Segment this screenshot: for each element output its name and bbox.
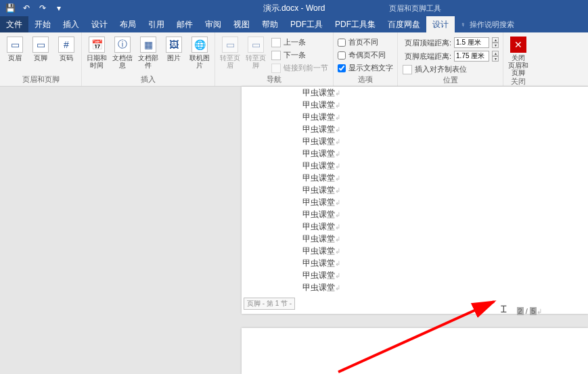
tab-mailings[interactable]: 邮件 <box>171 16 199 32</box>
tab-baidu-netdisk[interactable]: 百度网盘 <box>382 16 426 32</box>
spin-down-icon[interactable]: ▾ <box>492 56 499 62</box>
tell-me-label: 操作说明搜索 <box>470 20 514 30</box>
paragraph-mark-icon: ↲ <box>335 150 340 158</box>
body-line[interactable]: 甲虫课堂↲ <box>302 233 527 245</box>
body-line[interactable]: 甲虫课堂↲ <box>302 147 527 160</box>
picture-button[interactable]: 🖼图片 <box>162 34 186 62</box>
ribbon-group-position: 页眉顶端距离: ▴▾ 页脚底端距离: ▴▾ 插入对齐制表位 位置 <box>398 32 503 86</box>
online-picture-button[interactable]: 🌐联机图片 <box>187 34 212 69</box>
date-time-button[interactable]: 📅日期和时间 <box>85 34 109 69</box>
body-line[interactable]: 甲虫课堂↲ <box>302 111 527 123</box>
spin-up-icon[interactable]: ▴ <box>492 37 499 43</box>
paragraph-mark-icon: ↲ <box>335 138 340 145</box>
body-line[interactable]: 甲虫课堂↲ <box>302 245 527 257</box>
page-1[interactable]: 甲虫课堂↲甲虫课堂↲甲虫课堂↲甲虫课堂↲甲虫课堂↲甲虫课堂↲甲虫课堂↲甲虫课堂↲… <box>242 87 588 314</box>
tab-design[interactable]: 设计 <box>85 16 114 32</box>
undo-icon[interactable]: ↶ <box>22 3 31 13</box>
tab-references[interactable]: 引用 <box>142 16 171 32</box>
redo-icon[interactable]: ↷ <box>38 3 47 13</box>
header-distance-input[interactable] <box>454 37 489 48</box>
tell-me-search[interactable]: ♀ 操作说明搜索 <box>455 20 514 30</box>
footer-distance-field[interactable]: 页脚底端距离: ▴▾ <box>401 50 500 62</box>
next-button[interactable]: 下一条 <box>269 49 330 61</box>
picture-icon: 🖼 <box>166 37 182 53</box>
prev-icon <box>271 38 281 47</box>
paragraph-mark-icon: ↲ <box>335 126 340 133</box>
body-line[interactable]: 甲虫课堂↲ <box>302 281 527 294</box>
page-number-icon: # <box>58 37 74 53</box>
body-line[interactable]: 甲虫课堂↲ <box>302 220 527 233</box>
tab-view[interactable]: 视图 <box>227 16 256 32</box>
odd-even-different-checkbox[interactable]: 奇偶页不同 <box>336 49 394 61</box>
body-line[interactable]: 甲虫课堂↲ <box>302 208 527 220</box>
tab-layout[interactable]: 布局 <box>114 16 142 32</box>
tab-pdf-tool[interactable]: PDF工具 <box>284 16 329 32</box>
footer-distance-input[interactable] <box>454 51 489 62</box>
body-line[interactable]: 甲虫课堂↲ <box>302 135 527 147</box>
footer-button[interactable]: ▭页脚 <box>28 34 53 62</box>
quick-access-toolbar: 💾 ↶ ↷ ▾ <box>0 3 64 13</box>
paragraph-mark-icon: ↲ <box>335 235 340 243</box>
previous-button[interactable]: 上一条 <box>269 37 330 48</box>
body-line[interactable]: 甲虫课堂↲ <box>302 172 527 184</box>
spin-up-icon[interactable]: ▴ <box>492 51 499 56</box>
page-number-button[interactable]: #页码 <box>54 34 78 62</box>
paragraph-mark-icon: ↲ <box>335 272 340 279</box>
page-sep: / <box>524 307 530 315</box>
doc-info-button[interactable]: ⓘ文档信息 <box>110 34 135 69</box>
paragraph-mark-icon: ↲ <box>335 223 340 231</box>
docinfo-icon: ⓘ <box>114 37 131 53</box>
body-line[interactable]: 甲虫课堂↲ <box>302 123 527 135</box>
body-line[interactable]: 甲虫课堂↲ <box>302 99 527 111</box>
ribbon-group-close: ✕关闭 页眉和页脚 关闭 <box>503 32 533 86</box>
goto-header-icon: ▭ <box>222 37 238 53</box>
ribbon-group-options: 首页不同 奇偶页不同 显示文档文字 选项 <box>334 32 398 86</box>
tab-help[interactable]: 帮助 <box>256 16 284 32</box>
save-icon[interactable]: 💾 <box>5 3 15 13</box>
page-number-indicator[interactable]: 2 / 5↲ <box>517 307 542 315</box>
paragraph-mark-icon: ↲ <box>335 174 340 182</box>
left-margin-area <box>0 87 242 374</box>
tab-pdf-toolset[interactable]: PDF工具集 <box>329 16 382 32</box>
current-page-number: 2 <box>517 307 524 315</box>
qat-dropdown-icon[interactable]: ▾ <box>54 3 64 13</box>
calendar-icon: 📅 <box>89 37 105 53</box>
spin-down-icon[interactable]: ▾ <box>492 43 499 48</box>
total-pages-number: 5 <box>530 307 537 315</box>
body-line[interactable]: 甲虫课堂↲ <box>302 184 527 196</box>
page-2[interactable] <box>242 328 588 374</box>
body-line[interactable]: 甲虫课堂↲ <box>302 160 527 172</box>
link-previous-button[interactable]: 链接到前一节 <box>269 62 330 74</box>
first-page-different-checkbox[interactable]: 首页不同 <box>336 37 394 48</box>
text-cursor-icon: Ꮖ <box>501 304 507 315</box>
body-line[interactable]: 甲虫课堂↲ <box>302 87 527 99</box>
goto-header-button[interactable]: ▭转至页眉 <box>218 34 242 69</box>
header-button[interactable]: ▭页眉 <box>3 34 27 62</box>
show-document-text-checkbox[interactable]: 显示文档文字 <box>336 62 394 74</box>
tab-hf-design[interactable]: 设计 <box>426 16 455 32</box>
header-icon: ▭ <box>7 37 23 53</box>
page-area: 甲虫课堂↲甲虫课堂↲甲虫课堂↲甲虫课堂↲甲虫课堂↲甲虫课堂↲甲虫课堂↲甲虫课堂↲… <box>242 87 588 374</box>
tab-file[interactable]: 文件 <box>0 16 28 32</box>
tab-home[interactable]: 开始 <box>28 16 57 32</box>
header-distance-field[interactable]: 页眉顶端距离: ▴▾ <box>401 37 500 49</box>
insert-alignment-tab-button[interactable]: 插入对齐制表位 <box>401 64 500 75</box>
goto-footer-button[interactable]: ▭转至页脚 <box>244 34 268 69</box>
ribbon-group-navigation: ▭转至页眉 ▭转至页脚 上一条 下一条 链接到前一节 导航 <box>215 32 334 86</box>
title-bar: 💾 ↶ ↷ ▾ 演示.docx - Word 页眉和页脚工具 <box>0 0 588 16</box>
close-header-footer-button[interactable]: ✕关闭 页眉和页脚 <box>506 34 530 76</box>
page-gap <box>242 314 588 328</box>
paragraph-mark-icon: ↲ <box>335 284 340 291</box>
quick-parts-button[interactable]: ▦文档部件 <box>136 34 160 69</box>
body-line[interactable]: 甲虫课堂↲ <box>302 257 527 269</box>
goto-footer-icon: ▭ <box>248 37 264 53</box>
body-line[interactable]: 甲虫课堂↲ <box>302 196 527 208</box>
footer-section-tag: 页脚 - 第 1 节 - <box>244 298 295 310</box>
tab-insert[interactable]: 插入 <box>57 16 85 32</box>
link-icon <box>271 64 281 73</box>
ribbon-group-insert: 📅日期和时间 ⓘ文档信息 ▦文档部件 🖼图片 🌐联机图片 插入 <box>82 32 215 86</box>
group-label-position: 位置 <box>401 75 500 87</box>
group-label-insert: 插入 <box>85 74 212 86</box>
tab-review[interactable]: 审阅 <box>199 16 227 32</box>
body-line[interactable]: 甲虫课堂↲ <box>302 269 527 281</box>
